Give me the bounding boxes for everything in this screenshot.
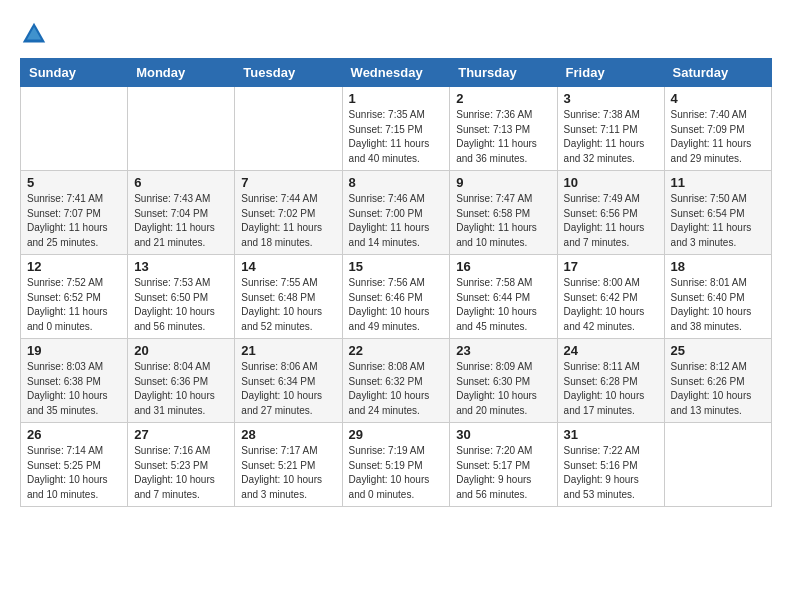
day-info: Sunrise: 7:22 AMSunset: 5:16 PMDaylight:… [564, 444, 658, 502]
day-number: 25 [671, 343, 765, 358]
day-number: 5 [27, 175, 121, 190]
day-number: 27 [134, 427, 228, 442]
calendar-cell: 7Sunrise: 7:44 AMSunset: 7:02 PMDaylight… [235, 171, 342, 255]
day-info: Sunrise: 7:47 AMSunset: 6:58 PMDaylight:… [456, 192, 550, 250]
calendar-cell: 25Sunrise: 8:12 AMSunset: 6:26 PMDayligh… [664, 339, 771, 423]
calendar-cell: 10Sunrise: 7:49 AMSunset: 6:56 PMDayligh… [557, 171, 664, 255]
calendar-cell: 24Sunrise: 8:11 AMSunset: 6:28 PMDayligh… [557, 339, 664, 423]
day-info: Sunrise: 8:12 AMSunset: 6:26 PMDaylight:… [671, 360, 765, 418]
day-info: Sunrise: 7:43 AMSunset: 7:04 PMDaylight:… [134, 192, 228, 250]
calendar-cell [235, 87, 342, 171]
calendar-cell [128, 87, 235, 171]
calendar-header-sunday: Sunday [21, 59, 128, 87]
day-info: Sunrise: 7:46 AMSunset: 7:00 PMDaylight:… [349, 192, 444, 250]
calendar-cell: 2Sunrise: 7:36 AMSunset: 7:13 PMDaylight… [450, 87, 557, 171]
day-number: 12 [27, 259, 121, 274]
calendar-header-thursday: Thursday [450, 59, 557, 87]
day-info: Sunrise: 7:49 AMSunset: 6:56 PMDaylight:… [564, 192, 658, 250]
calendar-cell: 29Sunrise: 7:19 AMSunset: 5:19 PMDayligh… [342, 423, 450, 507]
day-number: 26 [27, 427, 121, 442]
day-info: Sunrise: 7:58 AMSunset: 6:44 PMDaylight:… [456, 276, 550, 334]
day-number: 17 [564, 259, 658, 274]
day-info: Sunrise: 8:04 AMSunset: 6:36 PMDaylight:… [134, 360, 228, 418]
day-number: 7 [241, 175, 335, 190]
calendar-cell: 23Sunrise: 8:09 AMSunset: 6:30 PMDayligh… [450, 339, 557, 423]
calendar-cell: 26Sunrise: 7:14 AMSunset: 5:25 PMDayligh… [21, 423, 128, 507]
calendar-week-5: 26Sunrise: 7:14 AMSunset: 5:25 PMDayligh… [21, 423, 772, 507]
day-number: 18 [671, 259, 765, 274]
day-number: 1 [349, 91, 444, 106]
day-info: Sunrise: 7:41 AMSunset: 7:07 PMDaylight:… [27, 192, 121, 250]
day-number: 28 [241, 427, 335, 442]
calendar-cell: 16Sunrise: 7:58 AMSunset: 6:44 PMDayligh… [450, 255, 557, 339]
day-info: Sunrise: 7:19 AMSunset: 5:19 PMDaylight:… [349, 444, 444, 502]
calendar-cell: 1Sunrise: 7:35 AMSunset: 7:15 PMDaylight… [342, 87, 450, 171]
day-number: 8 [349, 175, 444, 190]
day-info: Sunrise: 7:53 AMSunset: 6:50 PMDaylight:… [134, 276, 228, 334]
calendar-cell: 20Sunrise: 8:04 AMSunset: 6:36 PMDayligh… [128, 339, 235, 423]
calendar-header-monday: Monday [128, 59, 235, 87]
day-number: 24 [564, 343, 658, 358]
day-info: Sunrise: 7:52 AMSunset: 6:52 PMDaylight:… [27, 276, 121, 334]
day-info: Sunrise: 7:17 AMSunset: 5:21 PMDaylight:… [241, 444, 335, 502]
day-number: 3 [564, 91, 658, 106]
calendar-cell: 5Sunrise: 7:41 AMSunset: 7:07 PMDaylight… [21, 171, 128, 255]
calendar-cell: 31Sunrise: 7:22 AMSunset: 5:16 PMDayligh… [557, 423, 664, 507]
logo-icon [20, 20, 48, 48]
page-header [20, 20, 772, 48]
day-number: 14 [241, 259, 335, 274]
day-info: Sunrise: 7:35 AMSunset: 7:15 PMDaylight:… [349, 108, 444, 166]
calendar-week-4: 19Sunrise: 8:03 AMSunset: 6:38 PMDayligh… [21, 339, 772, 423]
day-info: Sunrise: 8:08 AMSunset: 6:32 PMDaylight:… [349, 360, 444, 418]
day-info: Sunrise: 8:06 AMSunset: 6:34 PMDaylight:… [241, 360, 335, 418]
calendar-cell: 27Sunrise: 7:16 AMSunset: 5:23 PMDayligh… [128, 423, 235, 507]
day-number: 20 [134, 343, 228, 358]
day-number: 23 [456, 343, 550, 358]
calendar-cell: 13Sunrise: 7:53 AMSunset: 6:50 PMDayligh… [128, 255, 235, 339]
calendar-cell: 28Sunrise: 7:17 AMSunset: 5:21 PMDayligh… [235, 423, 342, 507]
day-info: Sunrise: 7:50 AMSunset: 6:54 PMDaylight:… [671, 192, 765, 250]
day-info: Sunrise: 8:01 AMSunset: 6:40 PMDaylight:… [671, 276, 765, 334]
calendar-cell: 12Sunrise: 7:52 AMSunset: 6:52 PMDayligh… [21, 255, 128, 339]
day-number: 19 [27, 343, 121, 358]
calendar-header-saturday: Saturday [664, 59, 771, 87]
calendar-table: SundayMondayTuesdayWednesdayThursdayFrid… [20, 58, 772, 507]
day-number: 22 [349, 343, 444, 358]
day-info: Sunrise: 7:14 AMSunset: 5:25 PMDaylight:… [27, 444, 121, 502]
calendar-cell: 19Sunrise: 8:03 AMSunset: 6:38 PMDayligh… [21, 339, 128, 423]
day-info: Sunrise: 8:09 AMSunset: 6:30 PMDaylight:… [456, 360, 550, 418]
calendar-header-friday: Friday [557, 59, 664, 87]
day-number: 31 [564, 427, 658, 442]
day-info: Sunrise: 7:55 AMSunset: 6:48 PMDaylight:… [241, 276, 335, 334]
calendar-cell: 8Sunrise: 7:46 AMSunset: 7:00 PMDaylight… [342, 171, 450, 255]
calendar-cell: 3Sunrise: 7:38 AMSunset: 7:11 PMDaylight… [557, 87, 664, 171]
calendar-cell: 11Sunrise: 7:50 AMSunset: 6:54 PMDayligh… [664, 171, 771, 255]
calendar-cell: 4Sunrise: 7:40 AMSunset: 7:09 PMDaylight… [664, 87, 771, 171]
day-number: 10 [564, 175, 658, 190]
calendar-cell [21, 87, 128, 171]
calendar-cell: 18Sunrise: 8:01 AMSunset: 6:40 PMDayligh… [664, 255, 771, 339]
day-info: Sunrise: 7:40 AMSunset: 7:09 PMDaylight:… [671, 108, 765, 166]
day-info: Sunrise: 7:44 AMSunset: 7:02 PMDaylight:… [241, 192, 335, 250]
calendar-cell: 17Sunrise: 8:00 AMSunset: 6:42 PMDayligh… [557, 255, 664, 339]
day-info: Sunrise: 8:00 AMSunset: 6:42 PMDaylight:… [564, 276, 658, 334]
day-number: 30 [456, 427, 550, 442]
day-number: 11 [671, 175, 765, 190]
calendar-header-row: SundayMondayTuesdayWednesdayThursdayFrid… [21, 59, 772, 87]
calendar-cell: 21Sunrise: 8:06 AMSunset: 6:34 PMDayligh… [235, 339, 342, 423]
day-info: Sunrise: 7:38 AMSunset: 7:11 PMDaylight:… [564, 108, 658, 166]
logo [20, 20, 52, 48]
calendar-week-2: 5Sunrise: 7:41 AMSunset: 7:07 PMDaylight… [21, 171, 772, 255]
day-number: 21 [241, 343, 335, 358]
day-number: 15 [349, 259, 444, 274]
day-info: Sunrise: 7:20 AMSunset: 5:17 PMDaylight:… [456, 444, 550, 502]
day-number: 29 [349, 427, 444, 442]
calendar-cell: 9Sunrise: 7:47 AMSunset: 6:58 PMDaylight… [450, 171, 557, 255]
day-info: Sunrise: 7:56 AMSunset: 6:46 PMDaylight:… [349, 276, 444, 334]
calendar-cell: 6Sunrise: 7:43 AMSunset: 7:04 PMDaylight… [128, 171, 235, 255]
day-number: 13 [134, 259, 228, 274]
calendar-header-wednesday: Wednesday [342, 59, 450, 87]
day-number: 2 [456, 91, 550, 106]
calendar-week-1: 1Sunrise: 7:35 AMSunset: 7:15 PMDaylight… [21, 87, 772, 171]
calendar-cell: 15Sunrise: 7:56 AMSunset: 6:46 PMDayligh… [342, 255, 450, 339]
